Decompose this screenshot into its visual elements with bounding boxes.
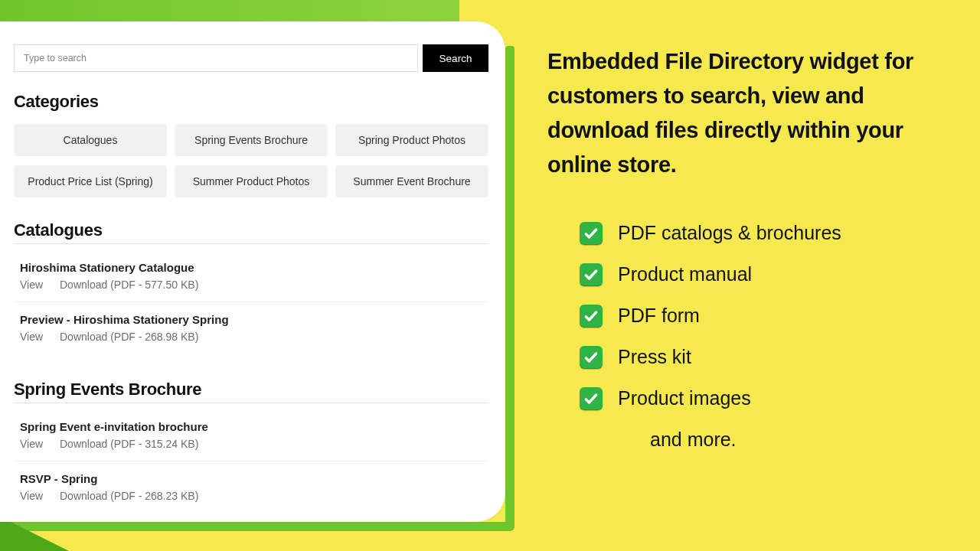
download-link[interactable]: Download (PDF - 268.98 KB) — [60, 331, 198, 343]
feature-item: Product images — [580, 387, 946, 410]
download-link[interactable]: Download (PDF - 577.50 KB) — [60, 279, 198, 291]
file-section-catalogues: Catalogues Hiroshima Stationery Catalogu… — [14, 220, 488, 354]
category-chip[interactable]: Spring Product Photos — [335, 124, 488, 156]
file-name: Preview - Hiroshima Stationery Spring — [20, 313, 488, 326]
category-chip[interactable]: Spring Events Brochure — [175, 124, 328, 156]
section-title: Catalogues — [14, 220, 488, 244]
file-actions: View Download (PDF - 268.23 KB) — [20, 490, 488, 502]
panel-right-border — [505, 46, 514, 530]
file-actions: View Download (PDF - 577.50 KB) — [20, 279, 488, 291]
check-icon — [580, 387, 603, 410]
search-bar: Search — [14, 44, 488, 72]
feature-list: PDF catalogs & brochures Product manual … — [580, 222, 946, 451]
check-icon — [580, 263, 603, 286]
category-chip[interactable]: Summer Product Photos — [175, 165, 328, 197]
feature-label: PDF form — [618, 305, 700, 327]
category-chip[interactable]: Catalogues — [14, 124, 167, 156]
search-input[interactable] — [14, 44, 418, 72]
headline-text: Embedded File Directory widget for custo… — [547, 44, 946, 182]
search-button[interactable]: Search — [423, 44, 488, 72]
category-chip[interactable]: Summer Event Brochure — [335, 165, 488, 197]
download-link[interactable]: Download (PDF - 315.24 KB) — [60, 438, 198, 450]
check-icon — [580, 222, 603, 245]
feature-label: Product manual — [618, 263, 752, 285]
feature-label: Product images — [618, 387, 751, 409]
feature-item: Product manual — [580, 263, 946, 286]
file-name: RSVP - Spring — [20, 472, 488, 485]
file-name: Spring Event e-invitation brochure — [20, 420, 488, 433]
feature-item: PDF catalogs & brochures — [580, 222, 946, 245]
top-green-stripe — [0, 0, 459, 21]
feature-more: and more. — [650, 429, 946, 451]
check-icon — [580, 305, 603, 328]
file-row: Hiroshima Stationery Catalogue View Down… — [14, 256, 488, 302]
file-row: RSVP - Spring View Download (PDF - 268.2… — [14, 468, 488, 513]
check-icon — [580, 346, 603, 369]
marketing-copy: Embedded File Directory widget for custo… — [547, 44, 946, 451]
feature-item: PDF form — [580, 305, 946, 328]
file-actions: View Download (PDF - 315.24 KB) — [20, 438, 488, 450]
feature-item: Press kit — [580, 346, 946, 369]
view-link[interactable]: View — [20, 279, 43, 291]
file-actions: View Download (PDF - 268.98 KB) — [20, 331, 488, 343]
file-row: Preview - Hiroshima Stationery Spring Vi… — [14, 308, 488, 354]
feature-label: PDF catalogs & brochures — [618, 222, 841, 244]
feature-label: Press kit — [618, 346, 691, 368]
category-grid: Catalogues Spring Events Brochure Spring… — [14, 124, 488, 197]
file-directory-panel: Search Categories Catalogues Spring Even… — [0, 21, 505, 522]
category-chip[interactable]: Product Price List (Spring) — [14, 165, 167, 197]
file-name: Hiroshima Stationery Catalogue — [20, 261, 488, 274]
file-section-spring-events: Spring Events Brochure Spring Event e-in… — [14, 380, 488, 513]
section-title: Spring Events Brochure — [14, 380, 488, 403]
categories-heading: Categories — [14, 92, 488, 112]
view-link[interactable]: View — [20, 331, 43, 343]
view-link[interactable]: View — [20, 490, 43, 502]
view-link[interactable]: View — [20, 438, 43, 450]
download-link[interactable]: Download (PDF - 268.23 KB) — [60, 490, 198, 502]
file-row: Spring Event e-invitation brochure View … — [14, 416, 488, 461]
